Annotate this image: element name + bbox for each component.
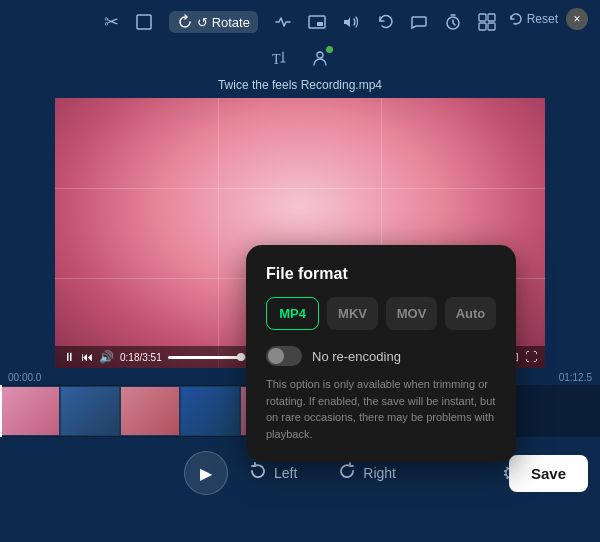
toggle-label: No re-encoding bbox=[312, 349, 401, 364]
person-icon[interactable] bbox=[310, 48, 330, 72]
timeline-cursor bbox=[0, 385, 2, 437]
timeline-thumb-3 bbox=[120, 386, 180, 436]
svg-rect-5 bbox=[488, 14, 495, 21]
svg-text:T: T bbox=[272, 52, 281, 67]
format-mkv-button[interactable]: MKV bbox=[327, 297, 378, 330]
toolbar: ✂ ↺ Rotate bbox=[0, 0, 600, 44]
badge-dot bbox=[326, 46, 333, 53]
file-title: Twice the feels Recording.mp4 bbox=[0, 76, 600, 98]
left-label: Left bbox=[274, 465, 297, 481]
rotate-icon[interactable]: ↺ Rotate bbox=[169, 11, 258, 33]
rotate-label: ↺ Rotate bbox=[197, 15, 250, 30]
toolbar-icons: ✂ ↺ Rotate bbox=[104, 11, 496, 33]
volume-icon[interactable] bbox=[342, 13, 360, 31]
svg-rect-6 bbox=[479, 23, 486, 30]
format-mp4-button[interactable]: MP4 bbox=[266, 297, 319, 330]
format-mov-button[interactable]: MOV bbox=[386, 297, 437, 330]
play-button[interactable]: ▶ bbox=[184, 451, 228, 495]
toolbar-row2: T bbox=[0, 44, 600, 76]
reset-label: Reset bbox=[527, 12, 558, 26]
fullscreen-button[interactable]: ⛶ bbox=[525, 350, 537, 364]
file-format-popup: File format MP4 MKV MOV Auto No re-encod… bbox=[246, 245, 516, 462]
left-rotate-icon bbox=[248, 461, 268, 486]
format-buttons: MP4 MKV MOV Auto bbox=[266, 297, 496, 330]
svg-point-9 bbox=[317, 52, 323, 58]
speech-icon[interactable] bbox=[410, 13, 428, 31]
pip-icon[interactable] bbox=[308, 13, 326, 31]
popup-title: File format bbox=[266, 265, 496, 283]
reset-button[interactable]: Reset bbox=[509, 12, 558, 26]
close-button[interactable]: × bbox=[566, 8, 588, 30]
format-auto-button[interactable]: Auto bbox=[445, 297, 496, 330]
svg-rect-7 bbox=[488, 23, 495, 30]
prev-frame-button[interactable]: ⏮ bbox=[81, 350, 93, 364]
timeline-thumb-1 bbox=[0, 386, 60, 436]
progress-fill bbox=[168, 356, 242, 359]
time-current: 0:18/3:51 bbox=[120, 352, 162, 363]
audio-normalize-icon[interactable] bbox=[274, 13, 292, 31]
right-rotate-icon bbox=[337, 461, 357, 486]
pause-button[interactable]: ⏸ bbox=[63, 350, 75, 364]
popup-description: This option is only available when trimm… bbox=[266, 376, 496, 442]
text-icon[interactable]: T bbox=[270, 48, 290, 72]
re-encoding-toggle[interactable] bbox=[266, 346, 302, 366]
svg-rect-1 bbox=[309, 16, 325, 28]
right-label: Right bbox=[363, 465, 396, 481]
timeline-end: 01:12.5 bbox=[559, 372, 592, 383]
progress-dot bbox=[237, 353, 245, 361]
timeline-start: 00:00.0 bbox=[8, 372, 41, 383]
svg-rect-2 bbox=[317, 22, 323, 26]
svg-rect-0 bbox=[137, 15, 151, 29]
timeline-thumb-4 bbox=[180, 386, 240, 436]
cut-icon[interactable]: ✂ bbox=[104, 11, 119, 33]
timer-icon[interactable] bbox=[444, 13, 462, 31]
audio-toggle-button[interactable]: 🔊 bbox=[99, 350, 114, 364]
toggle-knob bbox=[268, 348, 284, 364]
more-icon[interactable] bbox=[478, 13, 496, 31]
save-button[interactable]: Save bbox=[509, 455, 588, 492]
filename-label: Twice the feels Recording.mp4 bbox=[218, 78, 382, 92]
save-label: Save bbox=[531, 465, 566, 482]
svg-rect-4 bbox=[479, 14, 486, 21]
toggle-row: No re-encoding bbox=[266, 346, 496, 366]
timeline-thumb-2 bbox=[60, 386, 120, 436]
undo-icon[interactable] bbox=[376, 13, 394, 31]
play-icon: ▶ bbox=[200, 464, 212, 483]
toolbar-right: Reset × bbox=[509, 8, 588, 30]
crop-icon[interactable] bbox=[135, 13, 153, 31]
close-icon: × bbox=[573, 12, 580, 26]
